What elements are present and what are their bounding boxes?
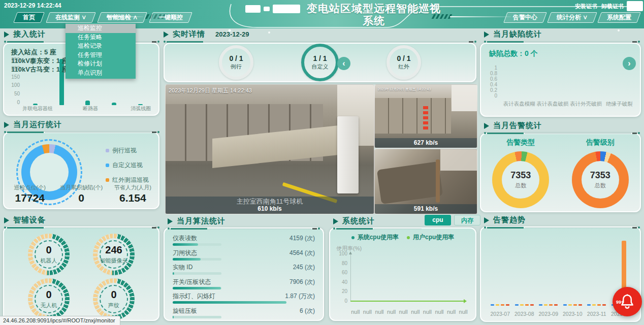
algo-row-value: 1.87 (万次) xyxy=(285,292,315,301)
legend-dot-icon xyxy=(106,149,109,152)
alarm-donut-chart: 7353总数 xyxy=(572,151,629,208)
defect-xlabels: 表计表盘模糊表计表盘破损表计外壳破损绝缘子破裂 xyxy=(502,101,636,108)
carousel-item-0[interactable]: 0 / 1例行 xyxy=(219,45,253,80)
axis-label: 绝缘子破裂 xyxy=(602,101,636,108)
algo-row: 仪表读数4159 (次) xyxy=(173,234,315,249)
sys-stats-card: 系统cpu使用率用户cpu使用率 使用率(%) 100806040200 nul… xyxy=(329,228,476,321)
stat-label: 当月累积缺陷(个) xyxy=(55,184,107,191)
axis-label: null xyxy=(409,309,422,315)
run-stat-row: 巡检点位(个)17724当月累积缺陷(个)0节省人力(人月)6.154 xyxy=(4,184,158,204)
dropdown-item-2[interactable]: 巡检记录 xyxy=(66,42,136,51)
alarm-total-value: 7353 xyxy=(590,170,610,181)
nav-tab-label: 告警中心 xyxy=(513,13,537,22)
video-bitrate: 591 kb/s xyxy=(375,205,477,212)
sys-tab-内存[interactable]: 内存 xyxy=(454,215,480,225)
dropdown-item-0[interactable]: 巡检监控 xyxy=(66,24,136,33)
nav-right: 告警中心统计分析 ∨系统配置 xyxy=(505,12,639,23)
section-underline xyxy=(333,228,422,230)
algo-row-label: 实物 ID xyxy=(173,263,192,272)
dropdown-item-5[interactable]: 单点识别 xyxy=(66,69,136,78)
redacted-logo-block xyxy=(264,7,270,11)
gauge-label: 无人机 xyxy=(41,302,57,309)
section-sys-stats: 系统统计 xyxy=(333,216,422,230)
video-feed-main[interactable]: 2023年12月29日 星期五 14:22:43 主控室西南角11号球机 610… xyxy=(165,84,374,214)
install-cert-link[interactable]: 安装证书 xyxy=(575,3,597,10)
sys-tab-cpu[interactable]: cpu xyxy=(425,215,451,225)
video-timestamp: 2023年12月29日 星期五 14:22:43 xyxy=(169,87,252,94)
section-title: 当月告警统计 xyxy=(493,121,542,131)
section-alarm-stats: 当月告警统计 xyxy=(484,121,640,134)
legend-label: 用户cpu使用率 xyxy=(413,233,454,242)
nav-tab-right-2[interactable]: 系统配置 xyxy=(597,12,641,23)
certificate-links: 安装证书 卸载证书 xyxy=(575,3,624,10)
algo-row: 旋钮压板6 (次) xyxy=(173,307,315,321)
video-timestamp: 2023年12月29日 星期五 14:22:43 xyxy=(378,87,431,92)
video-mock-pipe xyxy=(436,159,440,203)
section-title: 系统统计 xyxy=(342,216,375,226)
nav-tab-left-3[interactable]: 一键顺控 xyxy=(149,12,192,23)
gauge-center: 0机器人 xyxy=(28,234,70,275)
nav-tab-left-1[interactable]: 在线监测 ∨ xyxy=(46,12,96,23)
legend-item: 用户cpu使用率 xyxy=(407,233,454,242)
bar xyxy=(85,101,90,106)
chevron-right-icon: › xyxy=(628,59,630,68)
axis-label: 消弧线圈 xyxy=(128,105,154,113)
carousel-next-button[interactable]: › xyxy=(623,57,636,70)
algo-row: 实物 ID245 (次) xyxy=(173,263,315,278)
axis-label: null xyxy=(362,309,374,315)
algo-rows: 仪表读数4159 (次)刀闸状态4564 (次)实物 ID245 (次)开关/压… xyxy=(173,234,315,316)
trend-dash xyxy=(578,304,582,306)
axis-tick: 0.6 xyxy=(490,76,497,82)
bell-badge-count: 99+ xyxy=(616,300,624,305)
trend-dash xyxy=(501,304,504,306)
video-feed-bottom[interactable]: 591 kb/s xyxy=(374,149,477,214)
nav-tab-left-0[interactable]: 首页 xyxy=(13,12,45,23)
nav-tab-right-0[interactable]: 告警中心 xyxy=(503,12,547,23)
nav-tab-left-2[interactable]: 智能巡检 ∧ xyxy=(98,12,148,23)
alarm-total-value: 7353 xyxy=(510,170,531,181)
trend-dash xyxy=(592,304,596,306)
video-feed-top[interactable]: 2023年12月29日 星期五 14:22:43 627 kb/s xyxy=(374,84,477,148)
algo-row: 指示灯、闪烁灯1.87 (万次) xyxy=(173,292,315,307)
stat-label: 巡检点位(个) xyxy=(4,184,55,191)
alarm-bell-button[interactable]: 99+ xyxy=(613,287,642,316)
axis-label: null xyxy=(445,309,458,315)
trend-dash xyxy=(602,304,606,306)
dropdown-item-1[interactable]: 任务策略 xyxy=(66,33,136,42)
algo-row-label: 开关/压板状态 xyxy=(173,278,211,286)
trend-dash xyxy=(506,304,509,306)
alarm-donut-block: 告警类型7353总数 xyxy=(481,138,561,207)
axis-tick: 80 xyxy=(342,261,347,266)
section-underline xyxy=(4,226,159,229)
video-mock-window xyxy=(440,149,477,171)
carousel-item-2[interactable]: 0 / 1红外 xyxy=(387,45,421,80)
section-title: 智辅设备 xyxy=(13,215,46,225)
stat-value: 0 xyxy=(55,192,107,204)
trend-dash xyxy=(539,304,542,306)
realtime-carousel-card: ‹ › 0 / 1例行1 / 1自定义0 / 1红外 xyxy=(164,43,476,82)
carousel-item-value: 0 / 1 xyxy=(229,54,243,62)
axis-tick: 0.4 xyxy=(490,82,497,87)
trend-dash xyxy=(597,304,601,306)
axis-tick: 20 xyxy=(342,288,347,294)
section-title: 接入统计 xyxy=(13,29,46,39)
section-arrow-icon xyxy=(4,122,9,128)
carousel-item-1[interactable]: 1 / 1自定义 xyxy=(301,44,339,81)
device-gauge: 0声纹 xyxy=(93,278,135,320)
carousel-prev-button[interactable]: ‹ xyxy=(337,57,350,70)
carousel-item-label: 例行 xyxy=(231,63,242,71)
video-bitrate: 610 kb/s xyxy=(166,205,374,212)
nav-tab-right-1[interactable]: 统计分析 ∨ xyxy=(547,12,597,23)
dropdown-item-3[interactable]: 任务管理 xyxy=(66,51,136,60)
uninstall-cert-link[interactable]: 卸载证书 xyxy=(601,3,624,10)
section-underline xyxy=(168,228,320,230)
redacted-logo-block xyxy=(245,5,261,13)
section-underline xyxy=(484,132,640,134)
donut-hole: 7353总数 xyxy=(582,161,619,199)
section-arrow-icon xyxy=(333,218,338,224)
dropdown-item-4[interactable]: 检修计划 xyxy=(66,59,136,69)
run-stat: 当月累积缺陷(个)0 xyxy=(55,184,107,204)
chevron-left-icon: ‹ xyxy=(342,59,345,68)
legend-item: 红外测温巡视 xyxy=(106,176,149,184)
nav-tab-label: 一键顺控 xyxy=(158,13,183,22)
